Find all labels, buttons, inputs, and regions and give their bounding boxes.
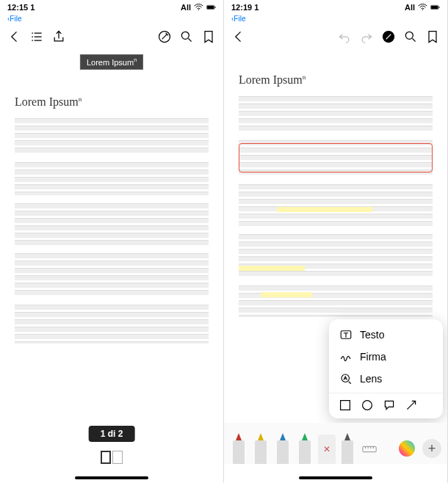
page-thumbnail-label: Lorem Ipsumn: [80, 54, 143, 70]
svg-rect-16: [363, 446, 376, 451]
add-tool-button[interactable]: +: [422, 439, 441, 458]
svg-point-5: [181, 32, 189, 39]
signature-icon: [339, 350, 353, 363]
page-title: Lorem Ipsumn: [239, 73, 433, 87]
svg-rect-2: [207, 6, 214, 9]
insert-tool-menu: Testo Firma Lens: [329, 319, 443, 418]
svg-point-11: [405, 32, 413, 39]
paragraph-annotated: [239, 139, 433, 176]
shape-row: [329, 393, 443, 414]
search-button[interactable]: [178, 28, 195, 46]
paragraph: [239, 184, 433, 226]
bookmark-button[interactable]: [424, 28, 441, 46]
battery-icon: [206, 4, 216, 11]
ruler-tool[interactable]: [361, 435, 378, 464]
shape-bubble-icon[interactable]: [383, 399, 395, 411]
svg-point-13: [342, 374, 350, 382]
highlighter-blue[interactable]: [274, 429, 292, 464]
highlight-annotation[interactable]: [239, 266, 305, 271]
shape-circle-icon[interactable]: [361, 399, 373, 411]
markup-button[interactable]: [156, 28, 173, 46]
status-bar: 12:19 1 All: [224, 0, 447, 15]
eraser-tool[interactable]: ✕: [318, 435, 336, 464]
breadcrumb[interactable]: ‹File: [224, 15, 447, 25]
color-picker-button[interactable]: [399, 440, 415, 457]
highlight-annotation[interactable]: [261, 292, 312, 297]
svg-rect-14: [341, 401, 350, 410]
insert-signature-item[interactable]: Firma: [329, 346, 443, 368]
document-page[interactable]: Lorem Ipsumn: [15, 95, 209, 432]
status-carrier: All: [405, 3, 415, 12]
paragraph: [239, 285, 433, 317]
pen-tool-black[interactable]: [339, 429, 356, 464]
svg-point-6: [422, 10, 423, 10]
pen-tool-red[interactable]: [230, 429, 248, 464]
svg-rect-8: [431, 6, 438, 9]
insert-signature-label: Firma: [360, 351, 386, 363]
paragraph: [15, 203, 209, 245]
svg-point-0: [198, 10, 199, 10]
outline-button[interactable]: [28, 28, 46, 46]
lens-icon: [339, 372, 353, 385]
insert-text-item[interactable]: Testo: [329, 324, 443, 346]
bookmark-button[interactable]: [200, 28, 217, 46]
back-button[interactable]: [6, 28, 24, 46]
status-right: All: [181, 3, 216, 12]
svg-point-15: [363, 401, 372, 410]
breadcrumb[interactable]: ‹File: [0, 15, 223, 25]
status-bar: 12:15 1 All: [0, 0, 223, 15]
markup-button-active[interactable]: [380, 28, 397, 46]
redo-button[interactable]: [358, 28, 375, 46]
undo-button[interactable]: [336, 28, 353, 46]
battery-icon: [430, 4, 440, 11]
drawing-toolbar: ✕ +: [224, 423, 447, 464]
page-counter: 1 di 2: [89, 426, 135, 442]
shape-square-icon[interactable]: [339, 399, 351, 411]
insert-text-label: Testo: [360, 329, 384, 341]
paragraph: [239, 233, 433, 277]
status-time: 12:19 1: [231, 3, 259, 12]
paragraph: [15, 304, 209, 344]
status-right: All: [405, 3, 440, 12]
toolbar-markup: [224, 25, 447, 48]
page-title: Lorem Ipsumn: [15, 95, 209, 109]
insert-lens-label: Lens: [360, 373, 382, 385]
home-indicator[interactable]: [299, 476, 372, 479]
shape-arrow-icon[interactable]: [405, 399, 417, 411]
paragraph: [15, 253, 209, 297]
svg-rect-3: [214, 7, 215, 8]
paragraph: [15, 161, 209, 195]
wifi-icon: [194, 4, 203, 11]
pencil-green[interactable]: [296, 429, 314, 464]
wifi-icon: [418, 4, 427, 11]
svg-rect-9: [438, 7, 439, 8]
share-button[interactable]: [50, 28, 68, 46]
paragraph: [15, 117, 209, 154]
page-thumb-2[interactable]: [112, 451, 123, 464]
highlighter-yellow[interactable]: [252, 429, 270, 464]
page-thumb-1[interactable]: [101, 451, 111, 464]
back-button[interactable]: [230, 28, 248, 46]
red-rectangle-annotation[interactable]: [239, 143, 433, 172]
text-icon: [339, 328, 353, 341]
toolbar-viewer: [0, 25, 223, 48]
search-button[interactable]: [402, 28, 419, 46]
highlight-annotation[interactable]: [277, 207, 372, 212]
status-carrier: All: [181, 3, 191, 12]
page-thumbnails[interactable]: [101, 451, 123, 464]
screen-right-markup: 12:19 1 All ‹File Lorem Ipsumn: [224, 0, 448, 483]
screen-left-viewer: 12:15 1 All ‹File Lorem Ipsumn Lorem Ips…: [0, 0, 224, 483]
insert-lens-item[interactable]: Lens: [329, 368, 443, 390]
paragraph: [239, 95, 433, 132]
home-indicator[interactable]: [75, 476, 148, 479]
status-time: 12:15 1: [7, 3, 35, 12]
